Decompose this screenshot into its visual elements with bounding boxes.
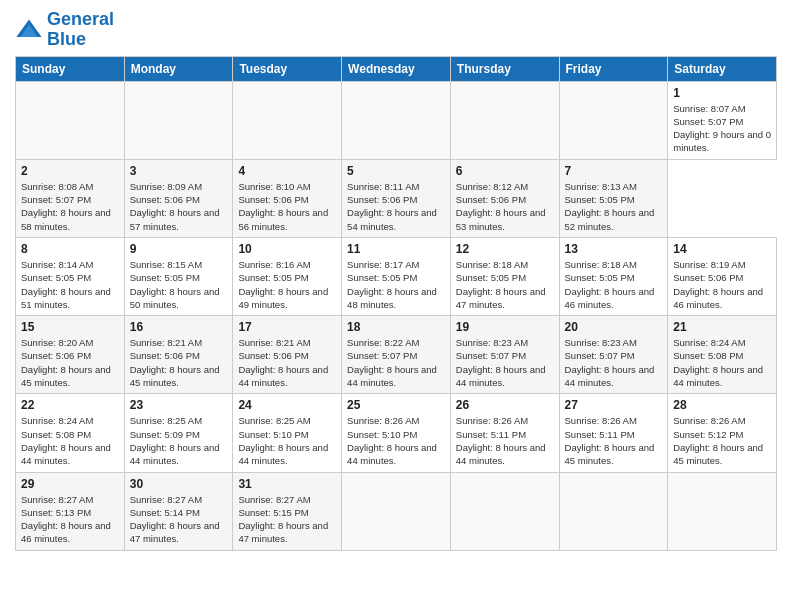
day-number: 14 bbox=[673, 242, 771, 256]
day-info: Sunrise: 8:25 AMSunset: 5:09 PMDaylight:… bbox=[130, 414, 228, 467]
calendar-day: 25Sunrise: 8:26 AMSunset: 5:10 PMDayligh… bbox=[342, 394, 451, 472]
day-header-friday: Friday bbox=[559, 56, 668, 81]
day-info: Sunrise: 8:17 AMSunset: 5:05 PMDaylight:… bbox=[347, 258, 445, 311]
day-info: Sunrise: 8:27 AMSunset: 5:13 PMDaylight:… bbox=[21, 493, 119, 546]
calendar-table: SundayMondayTuesdayWednesdayThursdayFrid… bbox=[15, 56, 777, 551]
day-info: Sunrise: 8:07 AMSunset: 5:07 PMDaylight:… bbox=[673, 102, 771, 155]
day-info: Sunrise: 8:24 AMSunset: 5:08 PMDaylight:… bbox=[21, 414, 119, 467]
day-number: 17 bbox=[238, 320, 336, 334]
day-number: 15 bbox=[21, 320, 119, 334]
day-info: Sunrise: 8:25 AMSunset: 5:10 PMDaylight:… bbox=[238, 414, 336, 467]
calendar-day: 24Sunrise: 8:25 AMSunset: 5:10 PMDayligh… bbox=[233, 394, 342, 472]
calendar-day: 19Sunrise: 8:23 AMSunset: 5:07 PMDayligh… bbox=[450, 316, 559, 394]
day-number: 30 bbox=[130, 477, 228, 491]
day-number: 4 bbox=[238, 164, 336, 178]
day-info: Sunrise: 8:24 AMSunset: 5:08 PMDaylight:… bbox=[673, 336, 771, 389]
calendar-day: 5Sunrise: 8:11 AMSunset: 5:06 PMDaylight… bbox=[342, 159, 451, 237]
calendar-day: 1Sunrise: 8:07 AMSunset: 5:07 PMDaylight… bbox=[668, 81, 777, 159]
day-info: Sunrise: 8:21 AMSunset: 5:06 PMDaylight:… bbox=[238, 336, 336, 389]
day-number: 11 bbox=[347, 242, 445, 256]
day-info: Sunrise: 8:26 AMSunset: 5:12 PMDaylight:… bbox=[673, 414, 771, 467]
day-number: 12 bbox=[456, 242, 554, 256]
calendar-day: 28Sunrise: 8:26 AMSunset: 5:12 PMDayligh… bbox=[668, 394, 777, 472]
day-number: 3 bbox=[130, 164, 228, 178]
calendar-day: 11Sunrise: 8:17 AMSunset: 5:05 PMDayligh… bbox=[342, 237, 451, 315]
page-container: General Blue SundayMondayTuesdayWednesda… bbox=[0, 0, 792, 561]
day-header-monday: Monday bbox=[124, 56, 233, 81]
calendar-week-row: 1Sunrise: 8:07 AMSunset: 5:07 PMDaylight… bbox=[16, 81, 777, 159]
day-info: Sunrise: 8:14 AMSunset: 5:05 PMDaylight:… bbox=[21, 258, 119, 311]
calendar-day: 18Sunrise: 8:22 AMSunset: 5:07 PMDayligh… bbox=[342, 316, 451, 394]
empty-cell bbox=[559, 81, 668, 159]
calendar-day: 3Sunrise: 8:09 AMSunset: 5:06 PMDaylight… bbox=[124, 159, 233, 237]
header: General Blue bbox=[15, 10, 777, 50]
day-info: Sunrise: 8:09 AMSunset: 5:06 PMDaylight:… bbox=[130, 180, 228, 233]
day-number: 7 bbox=[565, 164, 663, 178]
day-number: 8 bbox=[21, 242, 119, 256]
calendar-week-row: 8Sunrise: 8:14 AMSunset: 5:05 PMDaylight… bbox=[16, 237, 777, 315]
day-info: Sunrise: 8:18 AMSunset: 5:05 PMDaylight:… bbox=[456, 258, 554, 311]
empty-cell bbox=[16, 81, 125, 159]
calendar-week-row: 22Sunrise: 8:24 AMSunset: 5:08 PMDayligh… bbox=[16, 394, 777, 472]
day-number: 26 bbox=[456, 398, 554, 412]
calendar-day: 6Sunrise: 8:12 AMSunset: 5:06 PMDaylight… bbox=[450, 159, 559, 237]
day-info: Sunrise: 8:23 AMSunset: 5:07 PMDaylight:… bbox=[565, 336, 663, 389]
empty-cell bbox=[450, 81, 559, 159]
day-number: 10 bbox=[238, 242, 336, 256]
day-header-saturday: Saturday bbox=[668, 56, 777, 81]
calendar-day: 7Sunrise: 8:13 AMSunset: 5:05 PMDaylight… bbox=[559, 159, 668, 237]
calendar-day: 30Sunrise: 8:27 AMSunset: 5:14 PMDayligh… bbox=[124, 472, 233, 550]
day-number: 9 bbox=[130, 242, 228, 256]
day-number: 16 bbox=[130, 320, 228, 334]
calendar-week-row: 2Sunrise: 8:08 AMSunset: 5:07 PMDaylight… bbox=[16, 159, 777, 237]
day-info: Sunrise: 8:26 AMSunset: 5:10 PMDaylight:… bbox=[347, 414, 445, 467]
day-info: Sunrise: 8:21 AMSunset: 5:06 PMDaylight:… bbox=[130, 336, 228, 389]
calendar-day: 26Sunrise: 8:26 AMSunset: 5:11 PMDayligh… bbox=[450, 394, 559, 472]
day-info: Sunrise: 8:13 AMSunset: 5:05 PMDaylight:… bbox=[565, 180, 663, 233]
day-number: 27 bbox=[565, 398, 663, 412]
empty-cell bbox=[668, 472, 777, 550]
day-number: 22 bbox=[21, 398, 119, 412]
day-header-sunday: Sunday bbox=[16, 56, 125, 81]
day-info: Sunrise: 8:11 AMSunset: 5:06 PMDaylight:… bbox=[347, 180, 445, 233]
calendar-header-row: SundayMondayTuesdayWednesdayThursdayFrid… bbox=[16, 56, 777, 81]
day-info: Sunrise: 8:19 AMSunset: 5:06 PMDaylight:… bbox=[673, 258, 771, 311]
empty-cell bbox=[559, 472, 668, 550]
day-info: Sunrise: 8:23 AMSunset: 5:07 PMDaylight:… bbox=[456, 336, 554, 389]
calendar-day: 8Sunrise: 8:14 AMSunset: 5:05 PMDaylight… bbox=[16, 237, 125, 315]
day-info: Sunrise: 8:27 AMSunset: 5:14 PMDaylight:… bbox=[130, 493, 228, 546]
day-number: 6 bbox=[456, 164, 554, 178]
day-header-tuesday: Tuesday bbox=[233, 56, 342, 81]
day-info: Sunrise: 8:18 AMSunset: 5:05 PMDaylight:… bbox=[565, 258, 663, 311]
calendar-week-row: 15Sunrise: 8:20 AMSunset: 5:06 PMDayligh… bbox=[16, 316, 777, 394]
logo-general: General bbox=[47, 9, 114, 29]
day-number: 19 bbox=[456, 320, 554, 334]
calendar-day: 2Sunrise: 8:08 AMSunset: 5:07 PMDaylight… bbox=[16, 159, 125, 237]
day-info: Sunrise: 8:26 AMSunset: 5:11 PMDaylight:… bbox=[565, 414, 663, 467]
day-info: Sunrise: 8:27 AMSunset: 5:15 PMDaylight:… bbox=[238, 493, 336, 546]
calendar-day: 29Sunrise: 8:27 AMSunset: 5:13 PMDayligh… bbox=[16, 472, 125, 550]
day-info: Sunrise: 8:15 AMSunset: 5:05 PMDaylight:… bbox=[130, 258, 228, 311]
calendar-day: 22Sunrise: 8:24 AMSunset: 5:08 PMDayligh… bbox=[16, 394, 125, 472]
day-number: 2 bbox=[21, 164, 119, 178]
day-number: 25 bbox=[347, 398, 445, 412]
day-info: Sunrise: 8:26 AMSunset: 5:11 PMDaylight:… bbox=[456, 414, 554, 467]
day-number: 21 bbox=[673, 320, 771, 334]
calendar-day: 12Sunrise: 8:18 AMSunset: 5:05 PMDayligh… bbox=[450, 237, 559, 315]
logo-text: General Blue bbox=[47, 10, 114, 50]
day-number: 24 bbox=[238, 398, 336, 412]
calendar-day: 20Sunrise: 8:23 AMSunset: 5:07 PMDayligh… bbox=[559, 316, 668, 394]
logo: General Blue bbox=[15, 10, 114, 50]
calendar-day: 17Sunrise: 8:21 AMSunset: 5:06 PMDayligh… bbox=[233, 316, 342, 394]
day-number: 5 bbox=[347, 164, 445, 178]
calendar-day: 16Sunrise: 8:21 AMSunset: 5:06 PMDayligh… bbox=[124, 316, 233, 394]
day-number: 28 bbox=[673, 398, 771, 412]
empty-cell bbox=[233, 81, 342, 159]
empty-cell bbox=[124, 81, 233, 159]
day-number: 1 bbox=[673, 86, 771, 100]
calendar-day: 13Sunrise: 8:18 AMSunset: 5:05 PMDayligh… bbox=[559, 237, 668, 315]
calendar-day: 21Sunrise: 8:24 AMSunset: 5:08 PMDayligh… bbox=[668, 316, 777, 394]
day-header-thursday: Thursday bbox=[450, 56, 559, 81]
calendar-day: 23Sunrise: 8:25 AMSunset: 5:09 PMDayligh… bbox=[124, 394, 233, 472]
calendar-day: 15Sunrise: 8:20 AMSunset: 5:06 PMDayligh… bbox=[16, 316, 125, 394]
